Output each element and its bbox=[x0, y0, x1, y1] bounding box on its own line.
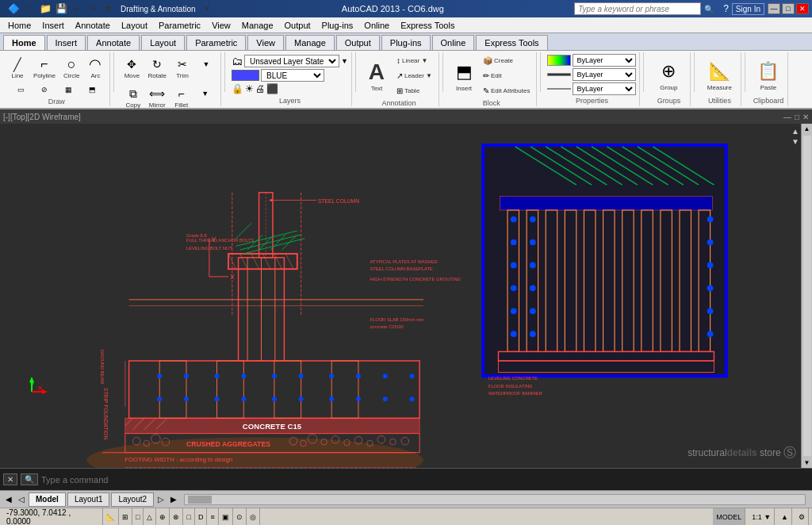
tab-home[interactable]: Home bbox=[3, 35, 45, 50]
tab-output[interactable]: Output bbox=[336, 35, 380, 50]
tab-model[interactable]: Model bbox=[29, 492, 66, 507]
layer-btn3[interactable]: 🖨 bbox=[255, 83, 265, 94]
layout-prev-button[interactable]: ◀ bbox=[3, 495, 14, 504]
close-button[interactable]: ✕ bbox=[796, 3, 809, 14]
command-search-button[interactable]: 🔍 bbox=[21, 473, 38, 485]
horizontal-scrollbar[interactable] bbox=[184, 494, 806, 505]
rotate-button[interactable]: ↻Rotate bbox=[144, 54, 170, 82]
leader-button[interactable]: ↗ Leader ▼ bbox=[393, 69, 435, 82]
save-button[interactable]: 💾 bbox=[54, 2, 68, 16]
workspace-dropdown[interactable]: ▼ bbox=[102, 2, 116, 16]
layout-next2-button[interactable]: ▷ bbox=[155, 495, 167, 504]
canvas-area[interactable]: ▲ ▼ ▲ ▼ FOOTING WIDTH - according to des… bbox=[0, 124, 812, 468]
move-button[interactable]: ✥Move bbox=[121, 54, 143, 82]
search-icon[interactable]: 🔍 bbox=[704, 5, 714, 13]
workspace-label[interactable]: Drafting & Annotation bbox=[117, 2, 199, 16]
command-input[interactable] bbox=[41, 472, 809, 488]
status-icon11[interactable]: ⊙ bbox=[233, 508, 247, 526]
layer-color-swatch[interactable] bbox=[232, 70, 259, 81]
scroll-down-button[interactable]: ▼ bbox=[802, 458, 812, 468]
tab-parametric[interactable]: Parametric bbox=[186, 35, 246, 50]
status-icon2[interactable]: ⊞ bbox=[119, 508, 132, 526]
gradient-button[interactable]: ▦ bbox=[57, 83, 79, 96]
tab-layout2[interactable]: Layout2 bbox=[111, 492, 154, 507]
maximize-button[interactable]: □ bbox=[782, 3, 795, 14]
search-input[interactable] bbox=[574, 2, 701, 15]
more2-button[interactable]: ▼ bbox=[194, 83, 216, 111]
status-icon8[interactable]: D bbox=[195, 508, 208, 526]
insert-button[interactable]: ⬒ Insert bbox=[450, 57, 478, 94]
layout-next-button[interactable]: ▶ bbox=[168, 495, 179, 504]
menu-output[interactable]: Output bbox=[280, 19, 316, 32]
measure-button[interactable]: 📐 Measure bbox=[704, 56, 735, 94]
tab-annotate[interactable]: Annotate bbox=[87, 35, 140, 50]
viewport-close-icon[interactable]: ✕ bbox=[802, 113, 809, 121]
zoom-ratio[interactable]: 1:1 ▼ bbox=[749, 508, 775, 526]
copy-button[interactable]: ⧉Copy bbox=[122, 83, 144, 111]
menu-manage[interactable]: Manage bbox=[237, 19, 278, 32]
status-icon9[interactable]: ≡ bbox=[207, 508, 218, 526]
tab-view[interactable]: View bbox=[247, 35, 284, 50]
menu-view[interactable]: View bbox=[207, 19, 236, 32]
tab-layout1[interactable]: Layout1 bbox=[67, 492, 110, 507]
lineweight-select[interactable]: ByLayer bbox=[573, 82, 636, 95]
arc-button[interactable]: ◠ Arc bbox=[84, 54, 106, 82]
menu-insert[interactable]: Insert bbox=[37, 19, 69, 32]
gear-settings[interactable]: ⚙ bbox=[795, 508, 809, 526]
menu-parametric[interactable]: Parametric bbox=[154, 19, 205, 32]
annotation-scale-up[interactable]: ▲ bbox=[778, 508, 792, 526]
help-icon[interactable]: ? bbox=[723, 3, 729, 14]
paste-button[interactable]: 📋 Paste bbox=[754, 56, 783, 94]
undo-button[interactable]: ↩ bbox=[70, 2, 84, 16]
viewport-max-icon[interactable]: □ bbox=[795, 113, 799, 121]
circle-button[interactable]: ○ Circle bbox=[60, 54, 82, 82]
layer-btn1[interactable]: 🔒 bbox=[232, 83, 243, 94]
layer-dropdown-icon[interactable]: ▼ bbox=[341, 57, 348, 65]
menu-express[interactable]: Express Tools bbox=[396, 19, 459, 32]
menu-plugins[interactable]: Plug-ins bbox=[317, 19, 358, 32]
status-icon12[interactable]: ◎ bbox=[247, 508, 260, 526]
status-icon10[interactable]: ▣ bbox=[219, 508, 233, 526]
status-icon3[interactable]: □ bbox=[132, 508, 144, 526]
viewport-min-icon[interactable]: — bbox=[783, 113, 791, 121]
trim-button[interactable]: ✂Trim bbox=[171, 54, 193, 82]
layer-btn2[interactable]: ☀ bbox=[245, 83, 254, 94]
layout-prev2-button[interactable]: ◁ bbox=[16, 495, 27, 504]
redo-button[interactable]: ↪ bbox=[86, 2, 100, 16]
mirror-button[interactable]: ⟺Mirror bbox=[146, 83, 169, 111]
tab-layout[interactable]: Layout bbox=[141, 35, 185, 50]
text-button[interactable]: A Text bbox=[362, 57, 391, 94]
edit-attrs-button[interactable]: ✎ Edit Attributes bbox=[480, 84, 533, 98]
scroll-thumb[interactable] bbox=[188, 496, 212, 504]
linear-button[interactable]: ↕ Linear ▼ bbox=[393, 54, 435, 67]
status-icon1[interactable]: 📐 bbox=[103, 508, 119, 526]
pan-down-button[interactable]: ▼ bbox=[791, 137, 799, 146]
layer-state-select[interactable]: Unsaved Layer State bbox=[244, 55, 339, 67]
new-button[interactable]: □ bbox=[22, 2, 36, 16]
group-button[interactable]: ⊕ Group bbox=[654, 56, 683, 94]
tab-express[interactable]: Express Tools bbox=[476, 35, 547, 50]
workspace-arrow[interactable]: ▼ bbox=[201, 2, 215, 16]
vertical-scrollbar[interactable]: ▲ ▼ bbox=[801, 124, 812, 468]
tab-manage[interactable]: Manage bbox=[285, 35, 335, 50]
signin-button[interactable]: Sign In bbox=[732, 3, 764, 15]
linetype-select[interactable]: ByLayer bbox=[573, 68, 636, 81]
color-select[interactable]: ByLayer bbox=[573, 54, 636, 67]
more-modify-button[interactable]: ▼ bbox=[195, 54, 217, 82]
create-block-button[interactable]: 📦 Create bbox=[480, 54, 533, 67]
open-button[interactable]: 📁 bbox=[38, 2, 52, 16]
region-button[interactable]: ⬒ bbox=[81, 83, 103, 96]
menu-home[interactable]: Home bbox=[3, 19, 36, 32]
rect-button[interactable]: ▭ bbox=[10, 83, 32, 96]
minimize-button[interactable]: — bbox=[768, 3, 780, 14]
model-button[interactable]: MODEL bbox=[713, 508, 745, 526]
pan-up-button[interactable]: ▲ bbox=[791, 127, 799, 136]
line-button[interactable]: ╱ Line bbox=[6, 54, 29, 82]
tab-plugins[interactable]: Plug-ins bbox=[381, 35, 431, 50]
layer-btn4[interactable]: ⬛ bbox=[266, 83, 278, 94]
edit-block-button[interactable]: ✏ Edit bbox=[480, 69, 533, 82]
tab-insert[interactable]: Insert bbox=[47, 35, 86, 50]
status-icon7[interactable]: □ bbox=[183, 508, 194, 526]
menu-annotate[interactable]: Annotate bbox=[71, 19, 115, 32]
layer-name-select[interactable]: BLUE bbox=[261, 69, 324, 82]
